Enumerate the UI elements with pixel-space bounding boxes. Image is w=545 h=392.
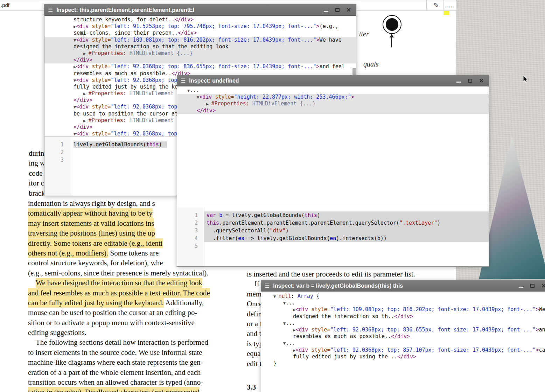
tree-line[interactable]: ▶ #Properties: HTMLDivElement {...} (177, 100, 489, 107)
window-menu-icon[interactable]: ☰ (265, 282, 270, 289)
text-line: and feel resembles as much as possible a… (28, 288, 242, 298)
tree-line[interactable]: ▼... (177, 87, 489, 94)
toolbar-divider (426, 0, 427, 10)
window-menu-icon[interactable]: ☰ (181, 77, 186, 84)
line-numbers: 123 (44, 136, 70, 196)
text-line: code (29, 168, 45, 178)
window-title: Inspect: var b = lively.getGlobalBounds(… (273, 283, 518, 289)
window-menu-icon[interactable]: ☰ (48, 7, 53, 13)
tree-line[interactable]: ▼<div style="left: 109.081px; top: 816.2… (44, 37, 356, 43)
text-line: We have designed the interaction so that… (28, 278, 242, 288)
line-number: 5 (177, 242, 198, 250)
text-line: sition or to activate a popup menu with … (28, 318, 242, 328)
window-buttons: ✕ (519, 283, 545, 289)
text-line: eration of a a part of the whole element… (28, 368, 242, 377)
text-line: editing suggestions. (28, 328, 242, 337)
tree-line[interactable]: semi-colons, since their presen..</div> (44, 30, 356, 36)
minimize-button[interactable] (324, 11, 328, 12)
code-line[interactable]: .querySelectorAll("div") (204, 227, 489, 234)
window-buttons: ✕ (324, 7, 351, 13)
edit-pencil-button[interactable]: ✎ (430, 0, 442, 10)
window-titlebar[interactable]: ☰ Inspect: undefined ✕ (177, 75, 489, 86)
close-button[interactable]: ✕ (479, 78, 484, 84)
line-number: 1 (177, 211, 198, 219)
bpmn-end-event-circle (383, 15, 401, 34)
line-number: 4 (177, 234, 198, 242)
diagram-word-top: tter (359, 30, 369, 38)
tree-line[interactable]: ▼ null: Array { (261, 293, 545, 300)
tree-line[interactable]: ▼<div style="height: 22.877px; width: 25… (177, 94, 489, 100)
text-line: tation in the edge). Disallowed characte… (28, 387, 242, 392)
text-line: is inserted and the user proceeds to edi… (247, 269, 443, 279)
yellow-marker (443, 11, 449, 15)
code-line[interactable]: .filter(ea => lively.getGlobalBounds(ea)… (204, 234, 489, 242)
window-titlebar[interactable]: ☰ Inspect: var b = lively.getGlobalBound… (261, 280, 545, 292)
close-button[interactable]: ✕ (541, 283, 545, 289)
line-number: 2 (44, 148, 64, 156)
sequence-flow-arrowhead (390, 34, 394, 37)
text-line: (e.g., semi-colons, since their presence… (28, 268, 242, 278)
code-line[interactable]: var b = lively.getGlobalBounds(this) (204, 211, 489, 219)
text-line: ing w (29, 158, 45, 168)
tree-line[interactable]: resembles as much as possible..</div> (261, 333, 545, 340)
tree-line[interactable]: structure keywords, for deleti..</div> (44, 16, 356, 23)
text-line: The following sections detail how intera… (28, 337, 242, 347)
tree-line[interactable]: </div> (177, 107, 489, 114)
tree-line[interactable]: designed the interaction so th..</div> (261, 313, 545, 320)
diagram-word-bottom: quals (363, 60, 378, 68)
bpmn-end-event-inner (386, 18, 398, 31)
pdf-filename-label: .pdf (1, 2, 9, 8)
tree-line[interactable]: ▶<div style="left: 92.0368px; top: 836.6… (44, 63, 356, 70)
pdf-left-fragments: durining wcodeitor cbrack (29, 148, 45, 198)
close-button[interactable]: ✕ (347, 7, 351, 13)
line-number: 3 (44, 156, 64, 164)
minimize-button[interactable] (519, 287, 523, 288)
window-title: Inspect: this.parentElement.parentElemen… (56, 7, 323, 13)
tree-line[interactable]: ▶<div style="left: 92.0368px; top: 836.6… (261, 327, 545, 333)
object-tree[interactable]: ▼ null: Array {▼...▶<div style="left: 10… (261, 292, 545, 392)
text-line: can be fully edited just by using the ke… (28, 298, 242, 308)
tree-line[interactable]: designed the interaction so that the edi… (44, 43, 356, 50)
text-line: machine-like diagrams where each state r… (28, 357, 242, 367)
sequence-flow-line (391, 37, 392, 47)
tree-line[interactable]: ▶ #Properties: HTMLDivElement {...} (44, 50, 356, 57)
code-editor: 12345 var b = lively.getGlobalBounds(thi… (177, 207, 489, 266)
inspector-window-array-result[interactable]: ☰ Inspect: var b = lively.getGlobalBound… (261, 280, 545, 392)
tree-line[interactable]: ▼... (261, 320, 545, 327)
code-line[interactable]: this.parentElement.parentElement.parentE… (204, 219, 489, 227)
pencil-icon: ✎ (433, 2, 439, 9)
tree-line[interactable]: </div> (44, 57, 356, 63)
tree-line[interactable]: } (261, 360, 545, 367)
code-selection: lively.getGlobalBounds(this) (74, 141, 167, 148)
tree-line[interactable]: fully edited just by using the ..</div> (261, 354, 545, 360)
tree-line[interactable]: ▼... (261, 300, 545, 306)
minimize-button[interactable] (456, 82, 461, 83)
maximize-button[interactable] (468, 79, 472, 83)
text-line: itor c (29, 178, 45, 188)
text-line: durin (29, 148, 45, 158)
tree-line[interactable]: ▶<div style="left: 92.0368px; top: 857.1… (261, 347, 545, 354)
text-line: transition occurs when an allowed charac… (28, 377, 242, 387)
dom-tree[interactable]: ▼...▼<div style="height: 22.877px; width… (177, 86, 489, 207)
maximize-button[interactable] (335, 8, 340, 12)
toolbar-divider (456, 0, 457, 10)
code-line[interactable] (204, 242, 489, 250)
line-number: 2 (177, 219, 198, 227)
window-title: Inspect: undefined (189, 78, 456, 84)
text-line: brack (29, 188, 45, 198)
more-options-button[interactable]: ... (444, 0, 456, 10)
code-area[interactable]: var b = lively.getGlobalBounds(this)this… (204, 207, 489, 266)
tree-line[interactable]: ▶<div style="left: 109.081px; top: 816.2… (261, 306, 545, 313)
line-number: 3 (177, 227, 198, 234)
line-number: 1 (44, 141, 64, 148)
window-titlebar[interactable]: ☰ Inspect: this.parentElement.parentElem… (44, 5, 356, 16)
tree-line[interactable]: ▶<div style="left: 91.5253px; top: 795.7… (44, 23, 356, 30)
pdf-section-number: 3.3 (247, 383, 256, 392)
tree-line[interactable]: ▼... (261, 340, 545, 346)
window-buttons: ✕ (456, 78, 484, 84)
toolbar-divider (443, 0, 443, 10)
text-line: to insert elements in the source code. W… (28, 348, 242, 357)
text-line: mouse can be used to position the cursor… (28, 308, 242, 317)
inspector-window-undefined[interactable]: ☰ Inspect: undefined ✕ ▼...▼<div style="… (177, 75, 489, 267)
maximize-button[interactable] (530, 284, 534, 288)
